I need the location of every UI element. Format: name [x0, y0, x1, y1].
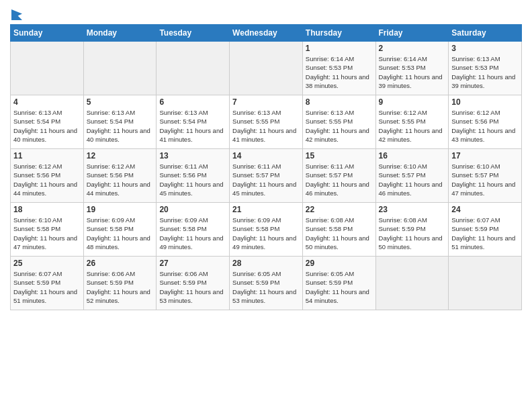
calendar-cell: 26Sunrise: 6:06 AMSunset: 5:59 PMDayligh…	[83, 257, 157, 310]
header	[10, 7, 522, 20]
day-info: Sunrise: 6:13 AMSunset: 5:55 PMDaylight:…	[232, 108, 300, 144]
day-number: 18	[13, 205, 81, 214]
day-number: 23	[379, 205, 446, 214]
day-number: 22	[306, 205, 373, 214]
calendar-cell: 12Sunrise: 6:12 AMSunset: 5:56 PMDayligh…	[83, 149, 157, 203]
calendar-cell: 2Sunrise: 6:14 AMSunset: 5:53 PMDaylight…	[375, 42, 449, 95]
calendar-cell	[375, 257, 449, 310]
day-number: 9	[379, 97, 446, 107]
calendar-cell: 9Sunrise: 6:12 AMSunset: 5:55 PMDaylight…	[375, 95, 449, 149]
column-header-tuesday: Tuesday	[157, 25, 230, 42]
day-info: Sunrise: 6:06 AMSunset: 5:59 PMDaylight:…	[87, 269, 154, 305]
day-number: 5	[87, 97, 154, 107]
day-number: 29	[306, 259, 373, 268]
day-number: 6	[159, 97, 226, 107]
calendar-cell	[83, 42, 157, 95]
column-header-friday: Friday	[375, 25, 449, 42]
day-info: Sunrise: 6:11 AMSunset: 5:57 PMDaylight:…	[306, 162, 373, 197]
day-number: 14	[232, 151, 300, 161]
calendar-cell	[449, 257, 522, 310]
calendar-cell: 23Sunrise: 6:08 AMSunset: 5:59 PMDayligh…	[375, 203, 449, 257]
day-info: Sunrise: 6:13 AMSunset: 5:54 PMDaylight:…	[13, 108, 81, 144]
column-header-monday: Monday	[83, 25, 157, 42]
calendar-cell: 22Sunrise: 6:08 AMSunset: 5:58 PMDayligh…	[302, 203, 375, 257]
logo	[10, 9, 22, 20]
calendar-cell: 25Sunrise: 6:07 AMSunset: 5:59 PMDayligh…	[11, 257, 84, 310]
day-info: Sunrise: 6:13 AMSunset: 5:54 PMDaylight:…	[87, 108, 154, 144]
calendar-cell: 3Sunrise: 6:13 AMSunset: 5:53 PMDaylight…	[449, 42, 522, 95]
day-info: Sunrise: 6:12 AMSunset: 5:56 PMDaylight:…	[87, 162, 154, 197]
day-number: 7	[232, 97, 300, 107]
calendar-week-2: 4Sunrise: 6:13 AMSunset: 5:54 PMDaylight…	[11, 95, 522, 149]
day-info: Sunrise: 6:13 AMSunset: 5:55 PMDaylight:…	[306, 108, 373, 144]
calendar-week-4: 18Sunrise: 6:10 AMSunset: 5:58 PMDayligh…	[11, 203, 522, 257]
column-header-saturday: Saturday	[449, 25, 522, 42]
day-info: Sunrise: 6:09 AMSunset: 5:58 PMDaylight:…	[87, 216, 154, 251]
calendar-cell: 5Sunrise: 6:13 AMSunset: 5:54 PMDaylight…	[83, 95, 157, 149]
calendar-cell: 29Sunrise: 6:05 AMSunset: 5:59 PMDayligh…	[302, 257, 375, 310]
day-number: 21	[232, 205, 300, 214]
calendar-cell	[11, 42, 84, 95]
day-number: 27	[159, 259, 226, 268]
day-info: Sunrise: 6:14 AMSunset: 5:53 PMDaylight:…	[306, 54, 373, 90]
day-number: 4	[13, 97, 81, 107]
day-info: Sunrise: 6:10 AMSunset: 5:58 PMDaylight:…	[13, 216, 81, 251]
day-info: Sunrise: 6:10 AMSunset: 5:57 PMDaylight:…	[379, 162, 446, 197]
calendar-week-5: 25Sunrise: 6:07 AMSunset: 5:59 PMDayligh…	[11, 257, 522, 310]
day-number: 19	[87, 205, 154, 214]
calendar-cell: 6Sunrise: 6:13 AMSunset: 5:54 PMDaylight…	[157, 95, 230, 149]
day-info: Sunrise: 6:08 AMSunset: 5:59 PMDaylight:…	[379, 216, 446, 251]
day-number: 2	[379, 44, 446, 53]
calendar-cell: 17Sunrise: 6:10 AMSunset: 5:57 PMDayligh…	[449, 149, 522, 203]
calendar-cell: 27Sunrise: 6:06 AMSunset: 5:59 PMDayligh…	[157, 257, 230, 310]
calendar-table: SundayMondayTuesdayWednesdayThursdayFrid…	[10, 24, 522, 310]
day-number: 8	[306, 97, 373, 107]
column-header-wednesday: Wednesday	[230, 25, 303, 42]
calendar-cell: 11Sunrise: 6:12 AMSunset: 5:56 PMDayligh…	[11, 149, 84, 203]
calendar-cell: 14Sunrise: 6:11 AMSunset: 5:57 PMDayligh…	[230, 149, 303, 203]
day-number: 11	[13, 151, 81, 161]
day-info: Sunrise: 6:06 AMSunset: 5:59 PMDaylight:…	[159, 269, 226, 305]
day-info: Sunrise: 6:09 AMSunset: 5:58 PMDaylight:…	[232, 216, 300, 251]
calendar-cell	[157, 42, 230, 95]
day-info: Sunrise: 6:12 AMSunset: 5:55 PMDaylight:…	[379, 108, 446, 144]
calendar-cell: 10Sunrise: 6:12 AMSunset: 5:56 PMDayligh…	[449, 95, 522, 149]
day-info: Sunrise: 6:08 AMSunset: 5:58 PMDaylight:…	[306, 216, 373, 251]
day-number: 28	[232, 259, 300, 268]
day-info: Sunrise: 6:12 AMSunset: 5:56 PMDaylight:…	[451, 108, 519, 144]
day-number: 10	[451, 97, 519, 107]
day-number: 12	[87, 151, 154, 161]
day-number: 24	[451, 205, 519, 214]
calendar-cell	[230, 42, 303, 95]
calendar-cell: 24Sunrise: 6:07 AMSunset: 5:59 PMDayligh…	[449, 203, 522, 257]
day-number: 26	[87, 259, 154, 268]
calendar-cell: 1Sunrise: 6:14 AMSunset: 5:53 PMDaylight…	[302, 42, 375, 95]
day-number: 20	[159, 205, 226, 214]
day-info: Sunrise: 6:12 AMSunset: 5:56 PMDaylight:…	[13, 162, 81, 197]
calendar-week-1: 1Sunrise: 6:14 AMSunset: 5:53 PMDaylight…	[11, 42, 522, 95]
calendar-header-row: SundayMondayTuesdayWednesdayThursdayFrid…	[11, 25, 522, 42]
day-info: Sunrise: 6:05 AMSunset: 5:59 PMDaylight:…	[306, 269, 373, 305]
day-number: 1	[306, 44, 373, 53]
calendar-cell: 16Sunrise: 6:10 AMSunset: 5:57 PMDayligh…	[375, 149, 449, 203]
calendar-cell: 19Sunrise: 6:09 AMSunset: 5:58 PMDayligh…	[83, 203, 157, 257]
day-number: 17	[451, 151, 519, 161]
day-info: Sunrise: 6:07 AMSunset: 5:59 PMDaylight:…	[451, 216, 519, 251]
day-info: Sunrise: 6:13 AMSunset: 5:53 PMDaylight:…	[451, 54, 519, 90]
calendar-cell: 4Sunrise: 6:13 AMSunset: 5:54 PMDaylight…	[11, 95, 84, 149]
calendar-cell: 18Sunrise: 6:10 AMSunset: 5:58 PMDayligh…	[11, 203, 84, 257]
day-number: 3	[451, 44, 519, 53]
day-info: Sunrise: 6:07 AMSunset: 5:59 PMDaylight:…	[13, 269, 81, 305]
calendar-cell: 7Sunrise: 6:13 AMSunset: 5:55 PMDaylight…	[230, 95, 303, 149]
day-number: 13	[159, 151, 226, 161]
logo-icon	[11, 9, 22, 20]
calendar-cell: 21Sunrise: 6:09 AMSunset: 5:58 PMDayligh…	[230, 203, 303, 257]
day-info: Sunrise: 6:11 AMSunset: 5:57 PMDaylight:…	[232, 162, 300, 197]
calendar-cell: 8Sunrise: 6:13 AMSunset: 5:55 PMDaylight…	[302, 95, 375, 149]
calendar-cell: 13Sunrise: 6:11 AMSunset: 5:56 PMDayligh…	[157, 149, 230, 203]
day-info: Sunrise: 6:11 AMSunset: 5:56 PMDaylight:…	[159, 162, 226, 197]
calendar-week-3: 11Sunrise: 6:12 AMSunset: 5:56 PMDayligh…	[11, 149, 522, 203]
day-number: 15	[306, 151, 373, 161]
calendar-cell: 20Sunrise: 6:09 AMSunset: 5:58 PMDayligh…	[157, 203, 230, 257]
day-info: Sunrise: 6:10 AMSunset: 5:57 PMDaylight:…	[451, 162, 519, 197]
